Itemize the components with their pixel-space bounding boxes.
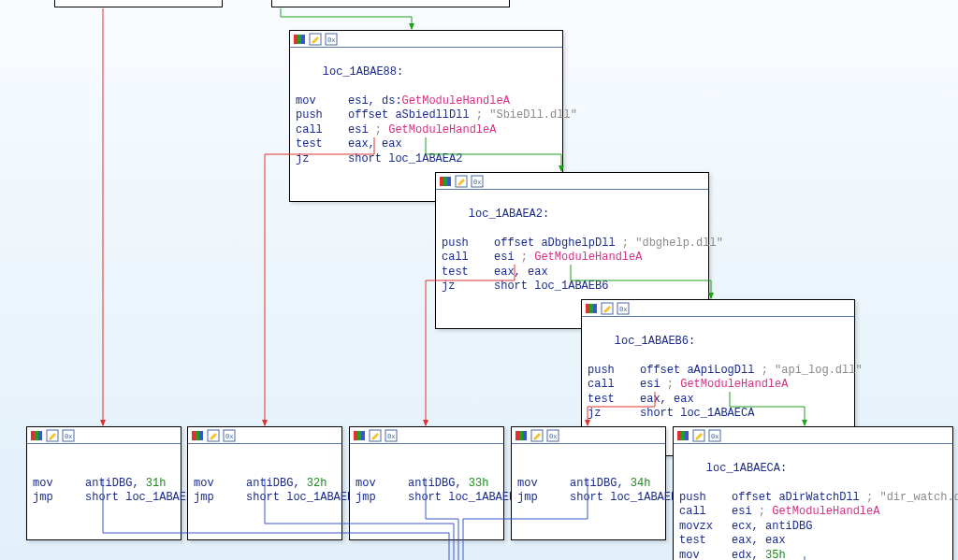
asm-line: testeax, eax bbox=[296, 137, 557, 151]
block-toolbar: 0x bbox=[27, 427, 181, 444]
asm-function: GetModuleHandleA bbox=[402, 94, 510, 108]
block-cutoff-left bbox=[54, 0, 223, 7]
asm-line: jzshort loc_1ABAECA bbox=[588, 407, 849, 421]
asm-comment: ; bbox=[521, 251, 534, 264]
asm-comment: ; "SbieDll.dll" bbox=[476, 108, 577, 122]
hex-icon: 0x bbox=[223, 429, 236, 442]
svg-rect-2 bbox=[301, 35, 305, 44]
asm-mnemonic: mov bbox=[679, 549, 732, 560]
asm-mnemonic: test bbox=[296, 137, 348, 151]
asm-line: pushoffset aApiLogDll ; "api_log.dll" bbox=[588, 364, 849, 378]
asm-mnemonic: test bbox=[588, 393, 640, 407]
asm-line: callesi ; GetModuleHandleA bbox=[442, 251, 703, 265]
asm-operand: eax, eax bbox=[494, 266, 548, 279]
asm-line: callesi ; GetModuleHandleA bbox=[296, 123, 557, 137]
svg-rect-18 bbox=[31, 431, 35, 440]
svg-text:0x: 0x bbox=[327, 36, 335, 44]
svg-rect-44 bbox=[685, 431, 689, 440]
asm-line: jmpshort loc_1ABAEE8 bbox=[356, 491, 498, 505]
asm-mnemonic: push bbox=[296, 108, 348, 122]
colorbars-icon bbox=[515, 429, 528, 442]
svg-rect-7 bbox=[443, 177, 447, 186]
block-label: loc_1ABAEA2: bbox=[469, 208, 549, 221]
asm-operand: offset aDbghelpDll bbox=[494, 237, 622, 250]
block-lines: movantiDBG, 32hjmpshort loc_1ABAEE8 bbox=[194, 477, 336, 506]
svg-rect-19 bbox=[35, 431, 38, 440]
block-lines: pushoffset aApiLogDll ; "api_log.dll"cal… bbox=[588, 364, 849, 421]
asm-line: testeax, eax bbox=[588, 393, 849, 407]
asm-mnemonic: push bbox=[442, 237, 494, 251]
svg-rect-0 bbox=[294, 35, 298, 44]
asm-operand: short loc_1ABAEE8 bbox=[408, 491, 522, 504]
asm-line: movzxecx, antiDBG bbox=[679, 520, 947, 534]
asm-mnemonic: mov bbox=[517, 477, 570, 491]
asm-function: GetModuleHandleA bbox=[772, 505, 879, 518]
asm-mnemonic: mov bbox=[33, 477, 85, 491]
svg-rect-12 bbox=[586, 304, 589, 313]
block-toolbar: 0x bbox=[290, 31, 562, 48]
svg-rect-31 bbox=[357, 431, 361, 440]
asm-operand: short loc_1ABAEB6 bbox=[494, 280, 608, 293]
asm-operand: esi, ds: bbox=[348, 94, 402, 108]
asm-operand: antiDBG, bbox=[408, 477, 469, 490]
asm-mnemonic: test bbox=[679, 534, 732, 548]
pencil-icon bbox=[601, 302, 614, 315]
asm-operand: offset aDirWatchDll bbox=[732, 491, 866, 504]
asm-function: GetModuleHandleA bbox=[680, 378, 788, 391]
asm-line: callesi ; GetModuleHandleA bbox=[679, 505, 947, 519]
asm-operand: ecx, antiDBG bbox=[732, 520, 812, 533]
block-label: loc_1ABAEB6: bbox=[615, 335, 695, 348]
colorbars-icon bbox=[30, 429, 43, 442]
asm-line: callesi ; GetModuleHandleA bbox=[588, 378, 849, 392]
asm-line: movesi, ds:GetModuleHandleA bbox=[296, 94, 557, 108]
asm-line: jmpshort loc_1ABAEE8 bbox=[33, 491, 175, 505]
svg-rect-36 bbox=[515, 431, 519, 440]
asm-comment: ; bbox=[759, 505, 772, 518]
block-toolbar: 0x bbox=[582, 300, 854, 317]
asm-operand: esi bbox=[640, 378, 667, 391]
hex-icon: 0x bbox=[617, 302, 630, 315]
asm-mnemonic: mov bbox=[356, 477, 408, 491]
hex-icon: 0x bbox=[385, 429, 398, 442]
asm-line: jzshort loc_1ABAEB6 bbox=[442, 280, 703, 294]
asm-mnemonic: jmp bbox=[517, 491, 570, 505]
asm-mnemonic: test bbox=[442, 266, 494, 280]
asm-operand: short loc_1ABAEE8 bbox=[570, 491, 684, 504]
svg-rect-25 bbox=[196, 431, 199, 440]
asm-operand: antiDBG, bbox=[570, 477, 631, 490]
asm-line: movedx, 35h bbox=[679, 549, 947, 560]
svg-rect-24 bbox=[192, 431, 196, 440]
svg-text:0x: 0x bbox=[225, 433, 233, 440]
asm-line: testeax, eax bbox=[679, 534, 947, 548]
asm-operand: esi bbox=[494, 251, 521, 264]
asm-operand: esi bbox=[732, 505, 759, 518]
colorbars-icon bbox=[439, 175, 452, 188]
pencil-icon bbox=[455, 175, 468, 188]
asm-number: 32h bbox=[307, 477, 327, 490]
colorbars-icon bbox=[676, 429, 689, 442]
asm-mnemonic: movzx bbox=[679, 520, 732, 534]
asm-operand: edx, bbox=[732, 549, 765, 560]
asm-operand: offset aApiLogDll bbox=[640, 364, 762, 377]
asm-number: 35h bbox=[765, 549, 786, 560]
block-toolbar: 0x bbox=[512, 427, 665, 444]
block-toolbar: 0x bbox=[674, 427, 952, 444]
hex-icon: 0x bbox=[325, 33, 338, 46]
asm-line: movantiDBG, 34h bbox=[517, 477, 660, 491]
block-antidbg-33h: 0x movantiDBG, 33hjmpshort loc_1ABAEE8 bbox=[349, 426, 504, 540]
block-lines: movantiDBG, 33hjmpshort loc_1ABAEE8 bbox=[356, 477, 498, 506]
asm-line: jmpshort loc_1ABAEE8 bbox=[194, 491, 336, 505]
asm-function: GetModuleHandleA bbox=[534, 251, 642, 264]
asm-comment: ; "dbghelp.dll" bbox=[622, 237, 723, 250]
pencil-icon bbox=[692, 429, 705, 442]
svg-text:0x: 0x bbox=[711, 433, 718, 440]
svg-text:0x: 0x bbox=[473, 179, 481, 186]
asm-mnemonic: jz bbox=[588, 407, 640, 421]
asm-mnemonic: push bbox=[588, 364, 640, 378]
asm-mnemonic: mov bbox=[194, 477, 246, 491]
asm-mnemonic: call bbox=[296, 123, 348, 137]
asm-operand: short loc_1ABAEA2 bbox=[348, 152, 462, 165]
svg-rect-30 bbox=[354, 431, 357, 440]
asm-line: jmpshort loc_1ABAEE8 bbox=[517, 491, 660, 505]
asm-comment: ; "dir_watch.dll" bbox=[866, 491, 958, 504]
